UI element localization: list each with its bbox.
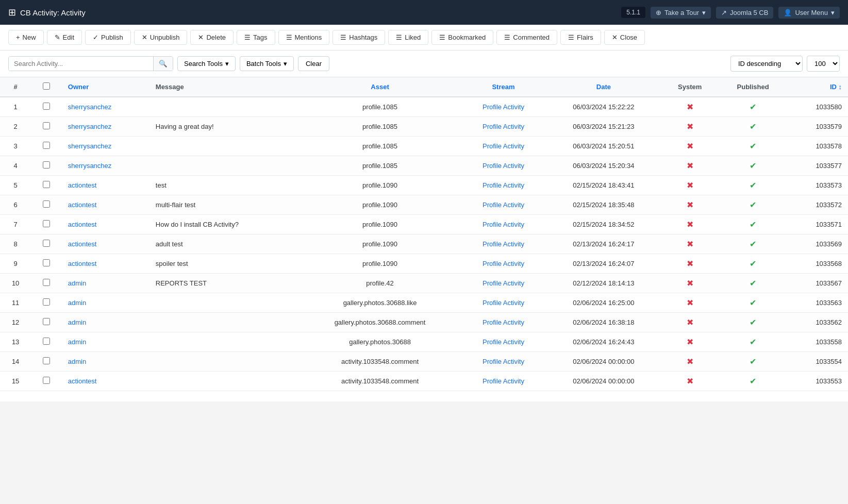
owner-link[interactable]: actiontest [68,240,97,248]
col-id[interactable]: ID ↕ [788,77,848,97]
row-published: ✔ [718,215,788,234]
toolbar-bookmarked-button[interactable]: ☰Bookmarked [431,30,493,45]
owner-link[interactable]: actiontest [68,181,97,189]
stream-link[interactable]: Profile Activity [483,162,524,170]
owner-link[interactable]: sherrysanchez [68,142,112,150]
row-asset: gallery.photos.30688.like [299,293,461,313]
toolbar-liked-button[interactable]: ☰Liked [388,30,428,45]
row-checkbox[interactable] [43,279,50,286]
liked-icon: ☰ [396,33,402,41]
row-checkbox[interactable] [43,338,50,345]
col-date[interactable]: Date [546,77,661,97]
owner-link[interactable]: admin [68,358,86,365]
clear-button[interactable]: Clear [298,56,329,71]
search-tools-button[interactable]: Search Tools ▾ [177,56,236,71]
per-page-select[interactable]: 102550100200 [807,56,840,72]
toolbar-new-button[interactable]: +New [8,30,44,45]
search-input[interactable] [9,57,153,71]
row-checkbox-cell [31,352,62,372]
row-stream: Profile Activity [461,254,545,274]
row-date: 02/06/2024 00:00:00 [546,352,661,372]
owner-link[interactable]: sherrysanchez [68,123,112,130]
toolbar-unpublish-button[interactable]: ✕Unpublish [134,30,188,45]
row-checkbox[interactable] [43,318,50,325]
row-id: 1033553 [788,372,848,391]
row-checkbox-cell [31,332,62,352]
toolbar-edit-button[interactable]: ✎Edit [47,30,82,45]
stream-link[interactable]: Profile Activity [483,377,524,385]
row-checkbox[interactable] [43,259,50,266]
row-asset: profile.1085 [299,97,461,117]
owner-link[interactable]: admin [68,318,86,326]
row-checkbox-cell [31,274,62,293]
col-number: # [0,77,31,97]
owner-link[interactable]: actiontest [68,260,97,267]
row-asset: gallery.photos.30688 [299,332,461,352]
row-checkbox[interactable] [43,220,50,227]
toolbar-tags-button[interactable]: ☰Tags [237,30,275,45]
toolbar-flairs-button[interactable]: ☰Flairs [560,30,601,45]
owner-link[interactable]: sherrysanchez [68,103,112,111]
stream-link[interactable]: Profile Activity [483,181,524,189]
stream-link[interactable]: Profile Activity [483,260,524,267]
col-owner[interactable]: Owner [62,77,149,97]
toolbar-delete-button[interactable]: ✕Delete [190,30,234,45]
owner-link[interactable]: admin [68,338,86,346]
stream-link[interactable]: Profile Activity [483,299,524,307]
take-tour-button[interactable]: ⊕ Take a Tour ▾ [651,7,711,19]
row-number: 7 [0,215,31,234]
batch-tools-button[interactable]: Batch Tools ▾ [240,56,294,71]
stream-link[interactable]: Profile Activity [483,142,524,150]
cms-badge[interactable]: ↗ Joomla 5 CB [716,7,773,19]
toolbar-hashtags-button[interactable]: ☰Hashtags [332,30,385,45]
row-checkbox[interactable] [43,200,50,208]
owner-link[interactable]: actiontest [68,221,97,228]
owner-link[interactable]: actiontest [68,201,97,209]
col-asset[interactable]: Asset [299,77,461,97]
row-checkbox[interactable] [43,122,50,129]
stream-link[interactable]: Profile Activity [483,318,524,326]
row-system: ✖ [661,313,718,332]
user-menu-button[interactable]: 👤 User Menu ▾ [778,7,840,19]
row-id: 1033563 [788,293,848,313]
row-checkbox[interactable] [43,103,50,110]
row-checkbox[interactable] [43,142,50,149]
stream-link[interactable]: Profile Activity [483,240,524,248]
owner-link[interactable]: admin [68,279,86,287]
owner-link[interactable]: actiontest [68,377,97,385]
search-submit-button[interactable]: 🔍 [153,57,173,71]
row-id: 1033573 [788,176,848,195]
row-checkbox[interactable] [43,298,50,306]
row-checkbox[interactable] [43,240,50,247]
row-asset: profile.1090 [299,234,461,254]
owner-link[interactable]: admin [68,299,86,307]
col-stream[interactable]: Stream [461,77,545,97]
owner-link[interactable]: sherrysanchez [68,162,112,170]
stream-link[interactable]: Profile Activity [483,123,524,130]
stream-link[interactable]: Profile Activity [483,338,524,346]
row-checkbox[interactable] [43,161,50,169]
toolbar-publish-button[interactable]: ✓Publish [85,30,131,45]
row-date: 02/15/2024 18:34:52 [546,215,661,234]
sort-select[interactable]: ID descendingID ascendingDate descending… [730,56,803,72]
stream-link[interactable]: Profile Activity [483,103,524,111]
select-all-checkbox[interactable] [43,82,50,90]
row-id: 1033567 [788,274,848,293]
stream-link[interactable]: Profile Activity [483,358,524,365]
row-checkbox[interactable] [43,357,50,364]
stream-link[interactable]: Profile Activity [483,201,524,209]
stream-link[interactable]: Profile Activity [483,279,524,287]
delete-icon: ✕ [198,33,204,41]
row-checkbox[interactable] [43,377,50,384]
toolbar-mentions-button[interactable]: ☰Mentions [278,30,330,45]
toolbar-close-button[interactable]: ✕Close [604,30,645,45]
toolbar-commented-button[interactable]: ☰Commented [496,30,557,45]
row-number: 14 [0,352,31,372]
table-row: 1 sherrysanchez profile.1085 Profile Act… [0,97,848,117]
row-checkbox[interactable] [43,181,50,188]
row-checkbox-cell [31,117,62,137]
row-id: 1033572 [788,195,848,215]
row-checkbox-cell [31,97,62,117]
row-system: ✖ [661,254,718,274]
stream-link[interactable]: Profile Activity [483,221,524,228]
